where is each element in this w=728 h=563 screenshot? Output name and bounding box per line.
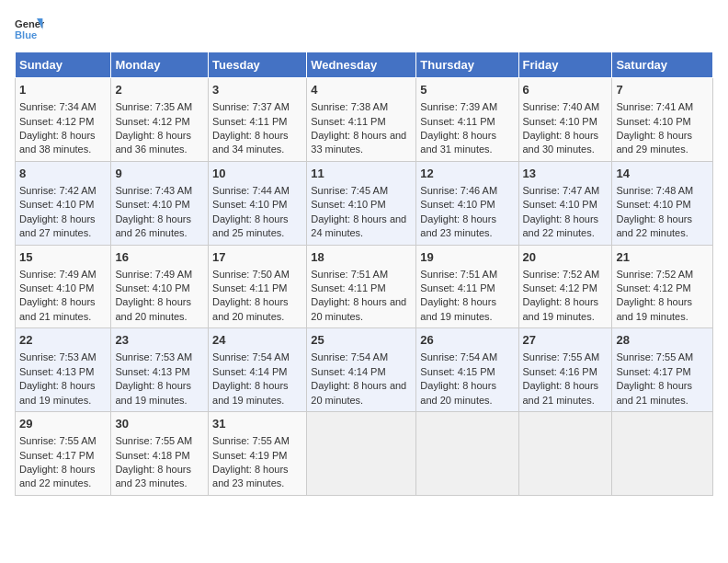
- day-number: 11: [311, 166, 412, 182]
- day-info: Sunrise: 7:52 AMSunset: 4:12 PMDaylight:…: [616, 269, 693, 322]
- day-number: 19: [420, 249, 514, 266]
- table-row: [416, 412, 518, 496]
- day-info: Sunrise: 7:38 AMSunset: 4:11 PMDaylight:…: [311, 101, 406, 155]
- day-number: 14: [616, 166, 709, 182]
- table-row: 20Sunrise: 7:52 AMSunset: 4:12 PMDayligh…: [518, 245, 612, 328]
- calendar-header-row: SundayMondayTuesdayWednesdayThursdayFrid…: [16, 52, 713, 78]
- table-row: 12Sunrise: 7:46 AMSunset: 4:10 PMDayligh…: [416, 161, 518, 245]
- calendar-header-monday: Monday: [111, 52, 209, 78]
- day-number: 9: [115, 166, 204, 182]
- day-number: 31: [212, 416, 302, 432]
- table-row: 10Sunrise: 7:44 AMSunset: 4:10 PMDayligh…: [209, 161, 307, 245]
- table-row: 18Sunrise: 7:51 AMSunset: 4:11 PMDayligh…: [307, 245, 416, 328]
- calendar-week-1: 1Sunrise: 7:34 AMSunset: 4:12 PMDaylight…: [16, 78, 713, 162]
- table-row: 26Sunrise: 7:54 AMSunset: 4:15 PMDayligh…: [416, 328, 518, 412]
- day-number: 7: [616, 82, 709, 98]
- day-number: 2: [115, 82, 204, 98]
- day-number: 20: [523, 249, 609, 266]
- day-info: Sunrise: 7:46 AMSunset: 4:10 PMDaylight:…: [420, 185, 497, 238]
- day-info: Sunrise: 7:53 AMSunset: 4:13 PMDaylight:…: [19, 351, 97, 405]
- day-number: 10: [212, 166, 302, 182]
- table-row: 31Sunrise: 7:55 AMSunset: 4:19 PMDayligh…: [209, 412, 307, 496]
- day-info: Sunrise: 7:55 AMSunset: 4:18 PMDaylight:…: [115, 435, 192, 488]
- day-info: Sunrise: 7:54 AMSunset: 4:15 PMDaylight:…: [420, 351, 497, 405]
- table-row: 30Sunrise: 7:55 AMSunset: 4:18 PMDayligh…: [111, 412, 209, 496]
- day-info: Sunrise: 7:49 AMSunset: 4:10 PMDaylight:…: [115, 269, 192, 322]
- table-row: 17Sunrise: 7:50 AMSunset: 4:11 PMDayligh…: [209, 245, 307, 328]
- table-row: 19Sunrise: 7:51 AMSunset: 4:11 PMDayligh…: [416, 245, 518, 328]
- day-number: 28: [616, 332, 709, 349]
- table-row: 13Sunrise: 7:47 AMSunset: 4:10 PMDayligh…: [518, 161, 612, 245]
- calendar-week-2: 8Sunrise: 7:42 AMSunset: 4:10 PMDaylight…: [16, 161, 713, 245]
- day-number: 27: [523, 332, 609, 349]
- table-row: 29Sunrise: 7:55 AMSunset: 4:17 PMDayligh…: [16, 412, 111, 496]
- day-info: Sunrise: 7:48 AMSunset: 4:10 PMDaylight:…: [616, 185, 693, 238]
- day-info: Sunrise: 7:51 AMSunset: 4:11 PMDaylight:…: [311, 269, 406, 322]
- day-number: 16: [115, 249, 204, 266]
- table-row: 15Sunrise: 7:49 AMSunset: 4:10 PMDayligh…: [16, 245, 111, 328]
- table-row: 27Sunrise: 7:55 AMSunset: 4:16 PMDayligh…: [518, 328, 612, 412]
- calendar-week-5: 29Sunrise: 7:55 AMSunset: 4:17 PMDayligh…: [16, 412, 713, 496]
- day-info: Sunrise: 7:45 AMSunset: 4:10 PMDaylight:…: [311, 185, 406, 238]
- day-info: Sunrise: 7:54 AMSunset: 4:14 PMDaylight:…: [311, 351, 406, 405]
- table-row: 9Sunrise: 7:43 AMSunset: 4:10 PMDaylight…: [111, 161, 209, 245]
- day-number: 5: [420, 82, 514, 98]
- table-row: 3Sunrise: 7:37 AMSunset: 4:11 PMDaylight…: [209, 78, 307, 162]
- day-number: 17: [212, 249, 302, 266]
- table-row: 5Sunrise: 7:39 AMSunset: 4:11 PMDaylight…: [416, 78, 518, 162]
- day-info: Sunrise: 7:42 AMSunset: 4:10 PMDaylight:…: [19, 185, 97, 238]
- day-info: Sunrise: 7:40 AMSunset: 4:10 PMDaylight:…: [523, 101, 600, 155]
- day-info: Sunrise: 7:34 AMSunset: 4:12 PMDaylight:…: [19, 101, 97, 155]
- day-number: 6: [523, 82, 609, 98]
- day-number: 15: [19, 249, 107, 266]
- day-number: 23: [115, 332, 204, 349]
- day-info: Sunrise: 7:55 AMSunset: 4:17 PMDaylight:…: [616, 351, 693, 405]
- day-number: 24: [212, 332, 302, 349]
- table-row: 14Sunrise: 7:48 AMSunset: 4:10 PMDayligh…: [612, 161, 713, 245]
- table-row: [518, 412, 612, 496]
- calendar-week-4: 22Sunrise: 7:53 AMSunset: 4:13 PMDayligh…: [16, 328, 713, 412]
- table-row: 16Sunrise: 7:49 AMSunset: 4:10 PMDayligh…: [111, 245, 209, 328]
- logo: General Blue: [15, 15, 44, 44]
- day-number: 22: [19, 332, 107, 349]
- day-number: 26: [420, 332, 514, 349]
- calendar-header-thursday: Thursday: [416, 52, 518, 78]
- day-info: Sunrise: 7:39 AMSunset: 4:11 PMDaylight:…: [420, 101, 497, 155]
- table-row: 8Sunrise: 7:42 AMSunset: 4:10 PMDaylight…: [16, 161, 111, 245]
- day-info: Sunrise: 7:49 AMSunset: 4:10 PMDaylight:…: [19, 269, 97, 322]
- day-info: Sunrise: 7:55 AMSunset: 4:19 PMDaylight:…: [212, 435, 290, 488]
- day-info: Sunrise: 7:55 AMSunset: 4:17 PMDaylight:…: [19, 435, 97, 488]
- day-number: 21: [616, 249, 709, 266]
- table-row: 6Sunrise: 7:40 AMSunset: 4:10 PMDaylight…: [518, 78, 612, 162]
- table-row: 28Sunrise: 7:55 AMSunset: 4:17 PMDayligh…: [612, 328, 713, 412]
- day-number: 12: [420, 166, 514, 182]
- table-row: 11Sunrise: 7:45 AMSunset: 4:10 PMDayligh…: [307, 161, 416, 245]
- day-number: 8: [19, 166, 107, 182]
- day-number: 3: [212, 82, 302, 98]
- day-info: Sunrise: 7:54 AMSunset: 4:14 PMDaylight:…: [212, 351, 290, 405]
- day-number: 29: [19, 416, 107, 432]
- day-info: Sunrise: 7:37 AMSunset: 4:11 PMDaylight:…: [212, 101, 290, 155]
- day-info: Sunrise: 7:53 AMSunset: 4:13 PMDaylight:…: [115, 351, 192, 405]
- table-row: 2Sunrise: 7:35 AMSunset: 4:12 PMDaylight…: [111, 78, 209, 162]
- day-info: Sunrise: 7:43 AMSunset: 4:10 PMDaylight:…: [115, 185, 192, 238]
- table-row: 21Sunrise: 7:52 AMSunset: 4:12 PMDayligh…: [612, 245, 713, 328]
- table-row: 1Sunrise: 7:34 AMSunset: 4:12 PMDaylight…: [16, 78, 111, 162]
- day-info: Sunrise: 7:47 AMSunset: 4:10 PMDaylight:…: [523, 185, 600, 238]
- calendar-header-tuesday: Tuesday: [209, 52, 307, 78]
- table-row: 22Sunrise: 7:53 AMSunset: 4:13 PMDayligh…: [16, 328, 111, 412]
- page-header: General Blue: [15, 15, 713, 44]
- calendar-body: 1Sunrise: 7:34 AMSunset: 4:12 PMDaylight…: [16, 78, 713, 496]
- table-row: 4Sunrise: 7:38 AMSunset: 4:11 PMDaylight…: [307, 78, 416, 162]
- calendar-header-friday: Friday: [518, 52, 612, 78]
- table-row: 7Sunrise: 7:41 AMSunset: 4:10 PMDaylight…: [612, 78, 713, 162]
- calendar-table: SundayMondayTuesdayWednesdayThursdayFrid…: [15, 52, 713, 496]
- calendar-week-3: 15Sunrise: 7:49 AMSunset: 4:10 PMDayligh…: [16, 245, 713, 328]
- table-row: 23Sunrise: 7:53 AMSunset: 4:13 PMDayligh…: [111, 328, 209, 412]
- day-info: Sunrise: 7:50 AMSunset: 4:11 PMDaylight:…: [212, 269, 290, 322]
- day-info: Sunrise: 7:35 AMSunset: 4:12 PMDaylight:…: [115, 101, 192, 155]
- calendar-header-sunday: Sunday: [16, 52, 111, 78]
- day-number: 1: [19, 82, 107, 98]
- day-number: 4: [311, 82, 412, 98]
- day-info: Sunrise: 7:51 AMSunset: 4:11 PMDaylight:…: [420, 269, 497, 322]
